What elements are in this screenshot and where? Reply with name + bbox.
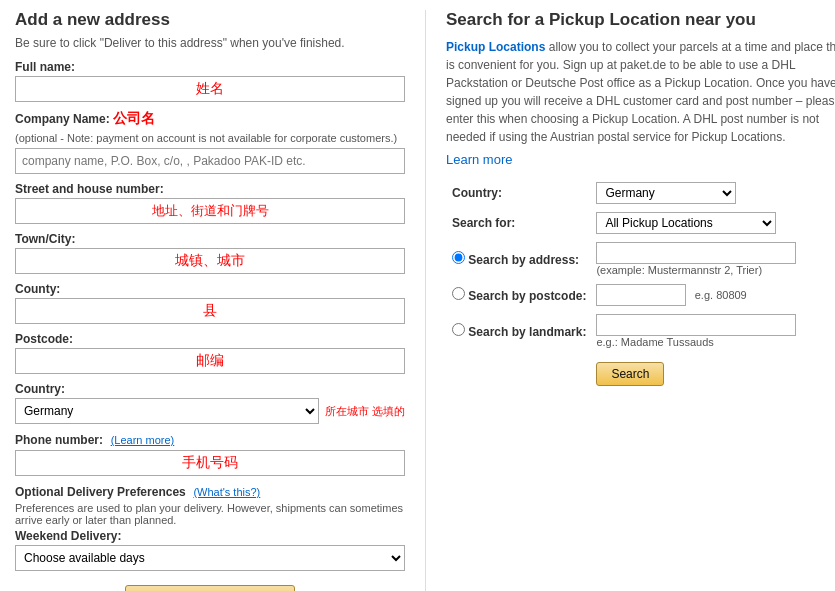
country-label: Country: [15,382,405,396]
postcode-group: Postcode: [15,332,405,374]
town-input[interactable] [15,248,405,274]
pickup-form-table: Country: Germany Austria Switzerland Sea… [446,177,835,391]
deliver-btn-row: Deliver to this address [15,585,405,591]
search-address-radio[interactable] [452,251,465,264]
search-landmark-example: e.g.: Madame Tussauds [596,336,835,348]
search-button[interactable]: Search [596,362,664,386]
search-for-select[interactable]: All Pickup Locations DHL Packstation Deu… [596,212,776,234]
search-landmark-radio[interactable] [452,323,465,336]
intro-text: Be sure to click "Deliver to this addres… [15,36,405,50]
optional-delivery-desc: Preferences are used to plan your delive… [15,502,405,526]
search-postcode-radio-label[interactable]: Search by postcode: [452,289,586,303]
search-postcode-input[interactable] [596,284,686,306]
country-row: Country: Germany Austria Switzerland [448,179,835,207]
country-group: Country: Germany Austria Switzerland Uni… [15,382,405,424]
county-group: County: [15,282,405,324]
company-name-sub: (optional - Note: payment on account is … [15,132,397,144]
postcode-input[interactable] [15,348,405,374]
search-landmark-row: Search by landmark: e.g.: Madame Tussaud… [448,311,835,351]
company-name-group: Company Name: 公司名 (optional - Note: paym… [15,110,405,174]
postcode-label: Postcode: [15,332,405,346]
phone-input[interactable] [15,450,405,476]
country-field-label: Country: [448,179,590,207]
weekend-label: Weekend Delivery: [15,529,405,543]
search-address-example: (example: Mustermannstr 2, Trier) [596,264,835,276]
search-postcode-radio[interactable] [452,287,465,300]
search-landmark-radio-label[interactable]: Search by landmark: [452,325,586,339]
phone-label: Phone number: [15,433,103,447]
county-label: County: [15,282,405,296]
optional-delivery-group: Optional Delivery Preferences (What's th… [15,484,405,571]
town-group: Town/City: [15,232,405,274]
pickup-description: Pickup Locations allow you to collect yo… [446,38,835,146]
phone-learn-more-link[interactable]: (Learn more) [111,434,175,446]
search-landmark-input[interactable] [596,314,796,336]
street-input[interactable] [15,198,405,224]
left-panel: Add a new address Be sure to click "Deli… [15,10,405,591]
search-address-input[interactable] [596,242,796,264]
full-name-input[interactable] [15,76,405,102]
search-address-row: Search by address: (example: Mustermanns… [448,239,835,279]
search-address-radio-label[interactable]: Search by address: [452,253,579,267]
country-select[interactable]: Germany Austria Switzerland United Kingd… [15,398,319,424]
pickup-heading: Search for a Pickup Location near you [446,10,835,30]
right-panel: Search for a Pickup Location near you Pi… [425,10,835,591]
search-postcode-example: e.g. 80809 [695,289,747,301]
country-row: Germany Austria Switzerland United Kingd… [15,398,405,424]
search-for-label: Search for: [448,209,590,237]
country-note: 所在城市 选填的 [325,404,405,419]
full-name-label: Full name: [15,60,405,74]
pickup-locations-bold: Pickup Locations [446,40,545,54]
weekend-select[interactable]: Choose available days Saturday Sunday Sa… [15,545,405,571]
search-for-row: Search for: All Pickup Locations DHL Pac… [448,209,835,237]
add-address-heading: Add a new address [15,10,405,30]
search-postcode-row: Search by postcode: e.g. 80809 [448,281,835,309]
company-name-input[interactable] [15,148,405,174]
pickup-country-select[interactable]: Germany Austria Switzerland [596,182,736,204]
full-name-group: Full name: [15,60,405,102]
town-label: Town/City: [15,232,405,246]
whats-this-link[interactable]: (What's this?) [193,486,260,498]
street-group: Street and house number: [15,182,405,224]
street-label: Street and house number: [15,182,405,196]
search-btn-row: Search [448,353,835,389]
pickup-desc-text: allow you to collect your parcels at a t… [446,40,835,144]
company-name-label: Company Name: 公司名 [15,110,405,128]
county-input[interactable] [15,298,405,324]
phone-group: Phone number: (Learn more) [15,432,405,476]
optional-delivery-heading: Optional Delivery Preferences [15,485,186,499]
learn-more-link[interactable]: Learn more [446,152,512,167]
deliver-to-address-button[interactable]: Deliver to this address [125,585,296,591]
